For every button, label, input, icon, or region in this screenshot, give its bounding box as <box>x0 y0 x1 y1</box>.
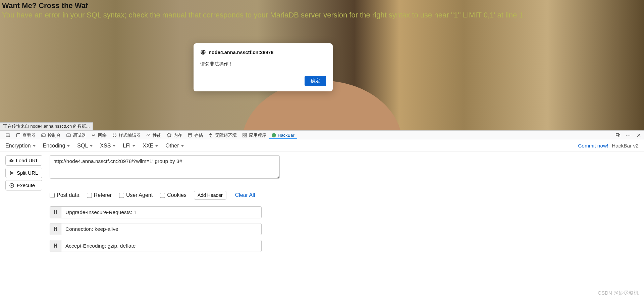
load-url-button[interactable]: Load URL <box>5 155 42 166</box>
check-label: Referer <box>94 192 112 198</box>
hackbar-menubar: Encryption Encoding SQL XSS LFI XXE Othe… <box>0 140 644 152</box>
execute-button[interactable]: Execute <box>5 180 42 190</box>
menu-sql[interactable]: SQL <box>77 143 93 149</box>
tab-hackbar[interactable]: HackBar <box>269 131 297 139</box>
more-icon[interactable]: ⋯ <box>625 132 632 139</box>
menu-label: Other <box>165 143 179 149</box>
tab-style-editor[interactable]: 样式编辑器 <box>109 131 143 140</box>
svg-rect-1 <box>6 134 10 137</box>
options-row: Post data Referer User Agent Cookies Add… <box>50 191 284 200</box>
menu-label: LFI <box>123 143 130 149</box>
tab-label: 无障碍环境 <box>215 132 237 138</box>
style-icon <box>112 133 117 138</box>
check-label: Cookies <box>167 192 186 198</box>
scissors-icon <box>9 170 14 176</box>
svg-point-6 <box>189 133 192 135</box>
tab-label: 查看器 <box>22 132 36 138</box>
chevron-down-icon <box>155 145 158 147</box>
tab-inspector[interactable]: 查看器 <box>13 131 38 140</box>
debugger-icon <box>66 133 71 138</box>
close-icon[interactable] <box>636 133 641 138</box>
tab-label: 性能 <box>153 132 161 138</box>
play-icon <box>9 183 14 188</box>
check-label: Post data <box>57 192 79 198</box>
devtools-dock-icon[interactable] <box>3 131 13 139</box>
header-badge: H <box>50 223 61 235</box>
menu-encoding[interactable]: Encoding <box>43 143 70 149</box>
tab-network[interactable]: 网络 <box>89 131 109 140</box>
url-input[interactable] <box>50 155 280 179</box>
referer-checkbox[interactable]: Referer <box>87 192 112 198</box>
tab-console[interactable]: 控制台 <box>38 131 63 140</box>
status-bar: 正在传输来自 node4.anna.nssctf.cn 的数据... <box>0 122 93 130</box>
menu-label: SQL <box>77 143 88 149</box>
menu-label: XSS <box>100 143 111 149</box>
tab-label: 调试器 <box>73 132 86 138</box>
chevron-down-icon <box>132 145 135 147</box>
console-icon <box>41 133 46 138</box>
tab-storage[interactable]: 存储 <box>185 131 206 140</box>
clear-all-link[interactable]: Clear All <box>235 192 255 198</box>
accessibility-icon <box>208 133 213 138</box>
menu-encryption[interactable]: Encryption <box>5 143 36 149</box>
tab-application[interactable]: 应用程序 <box>239 131 269 140</box>
menu-xxe[interactable]: XXE <box>143 143 158 149</box>
menu-label: Encoding <box>43 143 65 149</box>
svg-rect-2 <box>17 134 20 137</box>
tab-memory[interactable]: 内存 <box>164 131 185 140</box>
menu-label: XXE <box>143 143 153 149</box>
check-label: User Agent <box>126 192 153 198</box>
cloud-download-icon <box>9 158 13 163</box>
hackbar-panel: Encryption Encoding SQL XSS LFI XXE Othe… <box>0 140 644 299</box>
tab-accessibility[interactable]: 无障碍环境 <box>206 131 239 140</box>
performance-icon <box>146 133 151 138</box>
chevron-down-icon <box>113 145 115 147</box>
page-title: Want Me? Cross the Waf <box>0 0 644 10</box>
menu-xss[interactable]: XSS <box>100 143 115 149</box>
header-value[interactable]: Connection: keep-alive <box>61 223 261 235</box>
responsive-icon[interactable] <box>615 133 621 138</box>
header-value[interactable]: Upgrade-Insecure-Requests: 1 <box>61 207 261 218</box>
header-badge: H <box>50 207 61 218</box>
add-header-button[interactable]: Add Header <box>194 191 226 200</box>
alert-ok-button[interactable]: 确定 <box>305 76 326 86</box>
svg-rect-10 <box>243 136 244 137</box>
network-icon <box>91 133 96 138</box>
hackbar-dot-icon <box>272 133 276 137</box>
devtools-tabbar: 查看器 控制台 调试器 网络 样式编辑器 性能 内存 存储 无障碍环境 应用程序… <box>0 130 644 140</box>
page-content: Want Me? Cross the Waf You have an error… <box>0 0 644 130</box>
menu-other[interactable]: Other <box>165 143 183 149</box>
tab-label: 应用程序 <box>249 132 266 138</box>
tab-debugger[interactable]: 调试器 <box>63 131 89 140</box>
button-label: Split URL <box>17 170 38 176</box>
header-row[interactable]: H Connection: keep-alive <box>50 223 262 235</box>
header-value[interactable]: Accept-Encoding: gzip, deflate <box>61 240 261 252</box>
split-url-button[interactable]: Split URL <box>5 168 42 178</box>
globe-icon <box>200 49 206 55</box>
watermark: CSDN @妙尽璇机 <box>598 290 639 296</box>
hackbar-brand: HackBar v2 <box>612 143 639 148</box>
svg-rect-3 <box>42 134 45 137</box>
hackbar-actions: Load URL Split URL Execute <box>5 155 42 252</box>
dock-icon <box>5 133 10 138</box>
chevron-down-icon <box>90 145 93 147</box>
tab-label: 内存 <box>173 132 182 138</box>
chevron-down-icon <box>67 145 70 147</box>
alert-dialog: node4.anna.nssctf.cn:28978 请勿非法操作！ 确定 <box>194 43 333 91</box>
tab-performance[interactable]: 性能 <box>143 131 164 140</box>
header-badge: H <box>50 240 61 252</box>
commit-link[interactable]: Commit now! <box>578 143 608 148</box>
useragent-checkbox[interactable]: User Agent <box>119 192 153 198</box>
postdata-checkbox[interactable]: Post data <box>50 192 79 198</box>
sql-error-text: You have an error in your SQL syntax; ch… <box>0 10 644 19</box>
tab-label: 控制台 <box>48 132 61 138</box>
header-row[interactable]: H Upgrade-Insecure-Requests: 1 <box>50 206 262 218</box>
tab-label: 网络 <box>98 132 107 138</box>
cookies-checkbox[interactable]: Cookies <box>160 192 186 198</box>
chevron-down-icon <box>181 145 184 147</box>
header-row[interactable]: H Accept-Encoding: gzip, deflate <box>50 240 262 252</box>
button-label: Load URL <box>16 158 39 163</box>
memory-icon <box>167 133 172 138</box>
tab-label: 存储 <box>194 132 203 138</box>
menu-lfi[interactable]: LFI <box>123 143 135 149</box>
